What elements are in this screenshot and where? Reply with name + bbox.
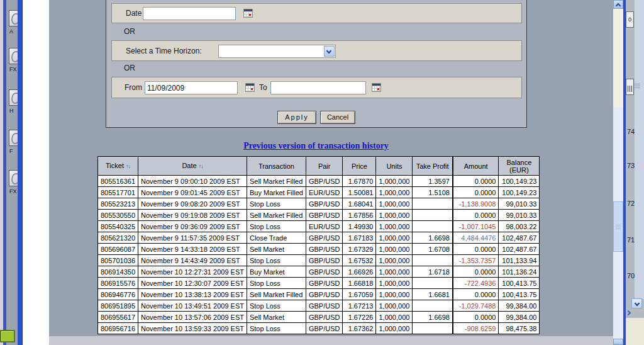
cell-amount: 0.0000 xyxy=(453,187,499,198)
cell-take_profit: 1.3597 xyxy=(413,176,453,187)
cell-date: November 9 09:01:45 2009 EST xyxy=(138,187,247,198)
table-row: 806915576November 10 12:30:07 2009 ESTSt… xyxy=(98,278,540,289)
cell-pair: GBP/USD xyxy=(306,255,343,266)
time-horizon-select[interactable] xyxy=(218,45,336,58)
desktop-app-icon[interactable] xyxy=(9,10,18,26)
desktop-app-icon[interactable] xyxy=(9,170,18,186)
cell-ticket: 805701036 xyxy=(98,255,138,266)
cell-amount: -1,138.9008 xyxy=(453,198,499,210)
cell-units: 1,000,000 xyxy=(376,176,413,187)
cell-balance: 102,487.67 xyxy=(499,232,540,244)
calendar-icon[interactable] xyxy=(372,83,381,92)
chevron-right-icon[interactable] xyxy=(626,309,633,317)
cell-price: 1.50081 xyxy=(343,187,376,198)
apply-button[interactable]: Apply xyxy=(277,111,316,124)
cell-transaction: Stop Loss xyxy=(247,300,306,312)
column-header-ticket[interactable]: Ticket↑↓ xyxy=(98,157,138,176)
sort-arrows-icon[interactable]: ↑↓ xyxy=(199,163,203,169)
from-to-row: From To xyxy=(111,77,522,98)
cell-pair: GBP/USD xyxy=(306,266,343,278)
table-row: 805540325November 9 09:36:09 2009 ESTSto… xyxy=(98,221,540,232)
cell-transaction: Stop Loss xyxy=(247,323,306,334)
cell-price: 1.67059 xyxy=(343,289,376,300)
cell-units: 1,000,000 xyxy=(376,255,413,266)
column-header-units: Units xyxy=(376,157,413,176)
cell-ticket: 806915576 xyxy=(98,278,138,289)
cell-units: 1,000,000 xyxy=(376,266,413,278)
scroll-up-icon[interactable] xyxy=(613,0,623,9)
desktop-app-icon[interactable] xyxy=(9,89,18,106)
cell-pair: GBP/USD xyxy=(306,210,343,221)
desktop-app-icon[interactable] xyxy=(9,130,18,146)
cell-amount: 0.0000 xyxy=(453,244,499,255)
scroll-down-icon[interactable] xyxy=(613,339,623,345)
cell-date: November 10 13:49:51 2009 EST xyxy=(138,300,247,312)
table-row: 806955617November 10 13:57:06 2009 ESTSe… xyxy=(98,312,540,323)
cell-pair: GBP/USD xyxy=(306,278,343,289)
desktop-app-icon[interactable] xyxy=(9,48,18,64)
cell-balance: 98,475.38 xyxy=(499,323,540,334)
cell-amount: -908.6259 xyxy=(453,323,499,334)
column-header-pair: Pair xyxy=(306,157,343,176)
cell-date: November 9 09:19:08 2009 EST xyxy=(138,210,247,221)
cancel-button[interactable]: Cancel xyxy=(320,111,355,124)
cell-units: 1,000,000 xyxy=(376,300,413,312)
cell-amount: 0.0000 xyxy=(453,289,499,300)
scrollbar-track[interactable] xyxy=(613,9,623,107)
cell-date: November 10 13:59:33 2009 EST xyxy=(138,323,247,334)
cell-units: 1,000,000 xyxy=(376,244,413,255)
grip-handle-icon[interactable] xyxy=(634,84,640,89)
desktop-icon-label: FX xyxy=(9,66,18,72)
to-date-input[interactable] xyxy=(270,81,366,94)
calendar-icon[interactable] xyxy=(245,83,255,92)
green-status-button[interactable] xyxy=(0,330,15,342)
cell-units: 1,000,000 xyxy=(376,289,413,300)
cell-price: 1.67362 xyxy=(343,323,376,334)
chart-icon[interactable] xyxy=(626,79,634,95)
price-axis-label: 73 xyxy=(627,162,635,169)
cell-ticket: 805540325 xyxy=(98,221,138,232)
cell-transaction: Sell Market Filled xyxy=(247,176,306,187)
behind-window-button[interactable]: 0 xyxy=(626,11,634,28)
time-horizon-label: Select a Time Horizon: xyxy=(126,47,202,55)
cell-transaction: Sell Market Filled xyxy=(247,210,306,221)
cell-date: November 9 09:00:10 2009 EST xyxy=(138,176,247,187)
from-date-input[interactable] xyxy=(145,81,238,94)
time-horizon-row: Select a Time Horizon: xyxy=(111,40,522,61)
cell-price: 1.67870 xyxy=(343,176,376,187)
cell-take_profit: 1.6718 xyxy=(413,266,453,278)
cell-units: 1,000,000 xyxy=(376,221,413,232)
table-row: 805530550November 9 09:19:08 2009 ESTSel… xyxy=(98,210,540,221)
cell-date: November 10 13:38:13 2009 EST xyxy=(138,289,247,300)
behind-window-price-axis: 0 7473727170 xyxy=(626,0,644,345)
date-input[interactable] xyxy=(143,7,236,20)
cell-take_profit: 1.6681 xyxy=(413,289,453,300)
cell-ticket: 805516361 xyxy=(98,176,138,187)
cell-take_profit: 1.5108 xyxy=(413,187,453,198)
chevron-down-icon[interactable] xyxy=(324,46,335,57)
desktop-icon-label: F xyxy=(9,148,18,154)
behind-scroll-down-icon[interactable] xyxy=(631,298,642,308)
cell-units: 1,000,000 xyxy=(376,198,413,210)
scrollbar-thumb[interactable] xyxy=(613,201,623,252)
cell-price: 1.49930 xyxy=(343,221,376,232)
page-bottom-band xyxy=(49,336,628,345)
cell-ticket: 805621320 xyxy=(98,232,138,244)
column-header-date[interactable]: Date↑↓ xyxy=(138,157,247,176)
cell-price: 1.67532 xyxy=(343,255,376,266)
price-axis-label: 70 xyxy=(627,272,635,280)
cell-price: 1.68041 xyxy=(343,198,376,210)
cell-take_profit: 1.6708 xyxy=(413,244,453,255)
cell-units: 1,000,000 xyxy=(376,187,413,198)
time-horizon-value xyxy=(219,47,221,56)
cell-transaction: Buy Market xyxy=(247,266,306,278)
cell-take_profit: 1.6698 xyxy=(413,232,453,244)
table-row: 805701036November 9 14:43:49 2009 ESTSto… xyxy=(98,255,540,266)
cell-date: November 9 11:57:35 2009 EST xyxy=(138,232,247,244)
previous-version-link[interactable]: Previous version of transaction history xyxy=(26,141,606,151)
cell-amount: -722.4936 xyxy=(453,278,499,289)
vertical-scrollbar[interactable] xyxy=(613,0,623,345)
calendar-icon[interactable] xyxy=(243,9,253,18)
cell-pair: GBP/USD xyxy=(306,176,343,187)
sort-arrows-icon[interactable]: ↑↓ xyxy=(126,163,130,169)
